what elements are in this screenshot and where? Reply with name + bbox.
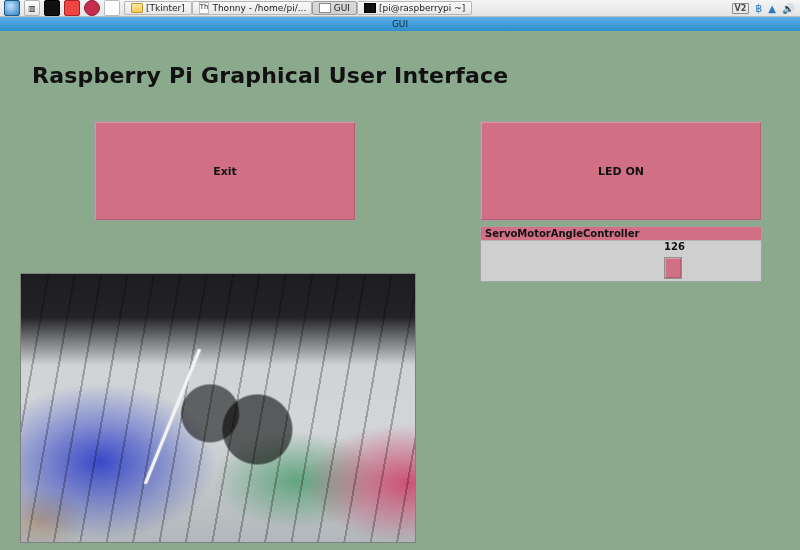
led-button-label: LED ON: [598, 165, 644, 178]
terminal-icon: [364, 3, 376, 13]
taskbar-item-label: GUI: [334, 3, 350, 13]
window-icon: [319, 3, 331, 13]
servo-scale-value-row: 126: [481, 241, 761, 255]
app-window: Raspberry Pi Graphical User Interface Ex…: [0, 31, 800, 550]
app-launcher-2[interactable]: [104, 0, 120, 16]
vnc-indicator[interactable]: V2: [732, 3, 750, 14]
window-titlebar[interactable]: GUI: [0, 17, 800, 31]
terminal-launcher[interactable]: [44, 0, 60, 16]
web-browser-launcher[interactable]: [4, 0, 20, 16]
servo-scale-value: 126: [664, 241, 685, 252]
launcher-tray: ▥: [0, 0, 124, 16]
taskbar-item-thonny[interactable]: Th Thonny - /home/pi/...: [192, 1, 312, 15]
app-launcher-1[interactable]: [64, 0, 80, 16]
folder-icon: [131, 3, 143, 13]
window-title: GUI: [392, 19, 408, 29]
servo-angle-scale: ServoMotorAngleController 126: [480, 226, 762, 282]
exit-button[interactable]: Exit: [94, 121, 356, 221]
taskbar: ▥ [Tkinter] Th Thonny - /home/pi/... GUI…: [0, 0, 800, 17]
taskbar-item-label: [pi@raspberrypi ~]: [379, 3, 465, 13]
taskbar-item-gui[interactable]: GUI: [312, 1, 357, 15]
bluetooth-icon[interactable]: ฿: [755, 2, 762, 15]
taskbar-item-label: [Tkinter]: [146, 3, 185, 13]
volume-icon[interactable]: 🔊: [782, 3, 794, 14]
raspberry-menu-icon[interactable]: [84, 0, 100, 16]
file-manager-launcher[interactable]: ▥: [24, 0, 40, 16]
page-title: Raspberry Pi Graphical User Interface: [32, 63, 508, 88]
wifi-icon[interactable]: ▲: [768, 3, 776, 14]
camera-preview: [20, 273, 416, 543]
taskbar-item-label: Thonny - /home/pi/...: [212, 3, 306, 13]
taskbar-item-tkinter[interactable]: [Tkinter]: [124, 1, 192, 15]
taskbar-item-terminal[interactable]: [pi@raspberrypi ~]: [357, 1, 472, 15]
exit-button-label: Exit: [213, 165, 237, 178]
servo-scale-slider[interactable]: [664, 257, 682, 279]
led-on-button[interactable]: LED ON: [480, 121, 762, 221]
servo-scale-trough[interactable]: [481, 255, 761, 281]
servo-scale-label: ServoMotorAngleController: [481, 227, 761, 241]
system-tray: V2 ฿ ▲ 🔊: [732, 2, 800, 15]
thonny-icon: Th: [199, 2, 210, 14]
